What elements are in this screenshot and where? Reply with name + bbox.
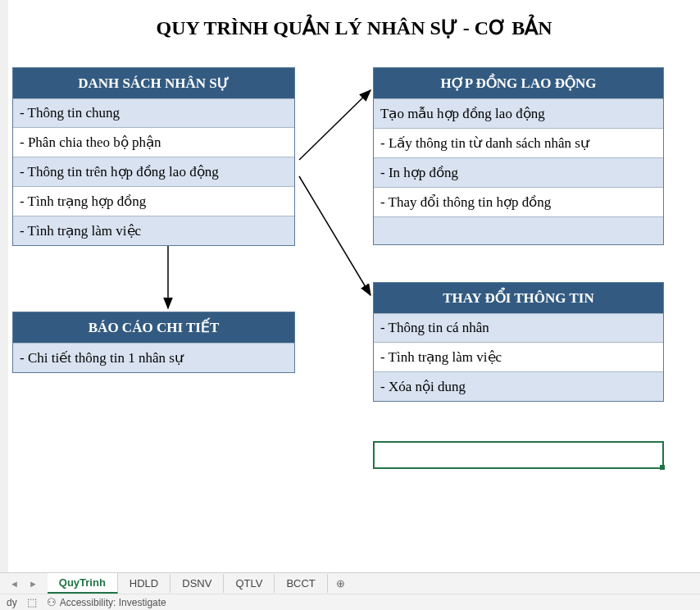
status-ready: dy [7, 597, 17, 608]
tab-quytrinh[interactable]: QuyTrinh [48, 573, 118, 594]
box-bao-cao-chi-tiet: BÁO CÁO CHI TIẾT - Chi tiết thông tin 1 … [12, 312, 295, 373]
box-header: HỢP ĐỒNG LAO ĐỘNG [374, 68, 663, 98]
box-row: - Tình trạng hợp đồng [13, 186, 294, 216]
tab-add-button[interactable]: ⊕ [328, 574, 353, 593]
box-row: Tạo mẫu hợp đồng lao động [374, 98, 663, 128]
tab-qtlv[interactable]: QTLV [224, 574, 275, 593]
status-bar: dy ⬚ ⚇ Accessibility: Investigate [0, 594, 700, 610]
status-macro-icon[interactable]: ⬚ [27, 596, 37, 608]
box-row: - Tình trạng làm việc [374, 342, 663, 371]
box-thay-doi-thong-tin: THAY ĐỔI THÔNG TIN - Thông tin cá nhân -… [373, 282, 664, 402]
box-row-empty [374, 216, 663, 244]
box-row: - In hợp đồng [374, 157, 663, 187]
selected-cell[interactable] [373, 441, 664, 469]
box-row: - Thay đổi thông tin hợp đồng [374, 187, 663, 216]
status-accessibility[interactable]: ⚇ Accessibility: Investigate [47, 596, 166, 608]
box-header: DANH SÁCH NHÂN SỰ [13, 68, 294, 98]
tab-bcct[interactable]: BCCT [275, 574, 327, 593]
box-hop-dong-lao-dong: HỢP ĐỒNG LAO ĐỘNG Tạo mẫu hợp đồng lao đ… [373, 67, 664, 245]
box-row: - Tình trạng làm việc [13, 216, 294, 245]
row-headers [0, 0, 8, 574]
box-row: - Lấy thông tin từ danh sách nhân sự [374, 128, 663, 157]
box-row: - Thông tin trên hợp đồng lao động [13, 157, 294, 186]
tab-nav-next-icon[interactable]: ► [25, 577, 41, 590]
box-row: - Thông tin cá nhân [374, 313, 663, 342]
worksheet-area: QUY TRÌNH QUẢN LÝ NHÂN SỰ - CƠ BẢN DANH … [8, 0, 700, 610]
box-row: - Phân chia theo bộ phận [13, 127, 294, 157]
page-title: QUY TRÌNH QUẢN LÝ NHÂN SỰ - CƠ BẢN [8, 0, 700, 48]
tab-hdld[interactable]: HDLD [118, 574, 170, 593]
box-header: THAY ĐỔI THÔNG TIN [374, 283, 663, 313]
box-row: - Chi tiết thông tin 1 nhân sự [13, 343, 294, 372]
box-danh-sach-nhan-su: DANH SÁCH NHÂN SỰ - Thông tin chung - Ph… [12, 67, 295, 246]
accessibility-icon: ⚇ [47, 596, 57, 608]
box-row: - Xóa nội dung [374, 371, 663, 401]
accessibility-label: Accessibility: Investigate [60, 597, 166, 608]
box-header: BÁO CÁO CHI TIẾT [13, 312, 294, 343]
box-row: - Thông tin chung [13, 98, 294, 127]
sheet-tabs: ◄ ► QuyTrinh HDLD DSNV QTLV BCCT ⊕ [0, 572, 700, 594]
svg-line-1 [299, 90, 370, 160]
tab-nav-prev-icon[interactable]: ◄ [7, 577, 22, 590]
tab-dsnv[interactable]: DSNV [170, 574, 224, 593]
svg-line-2 [299, 176, 370, 295]
tab-nav: ◄ ► [0, 577, 48, 590]
